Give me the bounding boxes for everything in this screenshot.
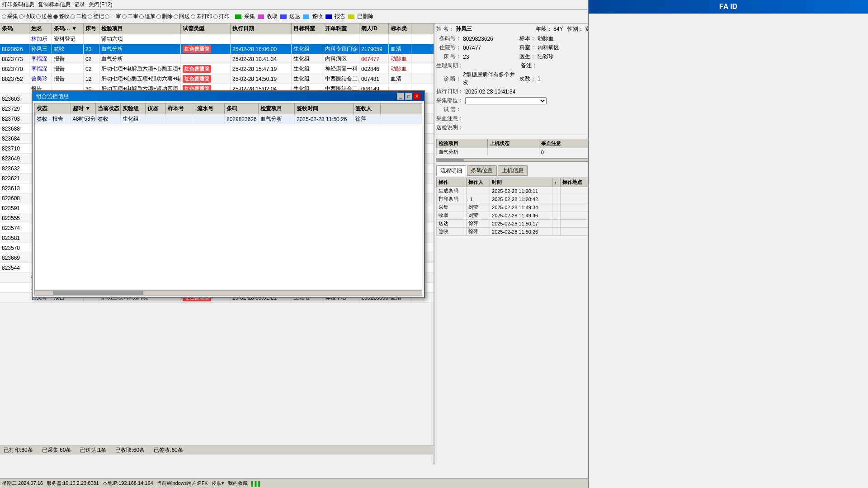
table-row[interactable]: 8823773 李福深 报告 02 血气分析 25-02-28 10:41:34… <box>0 54 434 64</box>
menu-item-copy[interactable]: 复制标本信息 <box>38 1 71 9</box>
modal-close[interactable]: ✕ <box>413 93 420 100</box>
radio-register[interactable]: 登记 <box>88 13 104 20</box>
fa-id-header: FA ID <box>589 0 868 14</box>
cell-dept: 内科专家门诊 <box>323 44 359 54</box>
radio-review2[interactable]: 二审 <box>122 13 138 20</box>
menu-item-record[interactable]: 记录 <box>74 1 85 9</box>
modal-col-barcode: 条码 <box>225 103 259 114</box>
patient-doctor: 陆彩珍 <box>538 53 590 61</box>
modal-col-device: 仪器 <box>146 103 166 114</box>
log-sort-val <box>552 195 561 203</box>
hospital-label: 住院号： <box>436 44 461 52</box>
cell-barcode: 823669 <box>0 253 29 263</box>
label-collect: 采集 <box>7 13 18 20</box>
bed-label: 床 号： <box>436 53 461 61</box>
log-operation: 签收 <box>437 228 467 236</box>
log-operator: 刘莹 <box>466 211 490 220</box>
tab-flow-detail[interactable]: 流程明细 <box>436 165 466 176</box>
tube-label: 试 管： <box>436 106 461 113</box>
menu-item-close[interactable]: 关闭(F12) <box>89 1 113 9</box>
tab-bar: 流程明细 条码位置 上机信息 <box>436 165 590 176</box>
menu-item-print[interactable]: 打印条码信息 <box>2 1 34 9</box>
col-status[interactable]: 条码… ▼ <box>52 23 84 34</box>
cell-bed: 12 <box>84 74 99 84</box>
label-register: 登记 <box>93 13 104 20</box>
modal-cell-status: 签收 - 报告 <box>35 114 71 124</box>
cell-item: 血气分析 <box>99 54 181 64</box>
radio-second-check[interactable]: 二检 <box>71 13 87 20</box>
modal-cell-sign-time: 2025-02-28 11:50:26 <box>295 114 354 124</box>
log-location <box>561 195 590 203</box>
col-barcode: 条码 <box>0 23 29 34</box>
modal-title-bar: 组合监控信息 _ □ ✕ <box>33 91 424 101</box>
table-row[interactable]: 8823626 孙风三 签收 23 血气分析 红色普通管 25-02-28 16… <box>0 44 434 54</box>
cell-bed: 23 <box>84 44 99 54</box>
collect-part-select[interactable] <box>465 97 547 104</box>
check-row[interactable]: 血气分析 0 <box>437 148 590 156</box>
radio-print[interactable]: 打印 <box>213 13 230 20</box>
cell-sample: 动脉血 <box>389 54 411 64</box>
cell-barcode: 823613 <box>0 183 29 193</box>
radio-review1[interactable]: 一审 <box>105 13 121 20</box>
radio-sign[interactable]: 签收 <box>53 13 70 20</box>
modal-row[interactable]: 签收 - 报告 48时53分 签收 生化组 8029823626 血气分析 20… <box>35 114 422 124</box>
modal-cell-device <box>146 114 166 124</box>
table-row[interactable]: 林加乐 资料登记 肾功六项 <box>0 34 434 44</box>
modal-horizontal-scroll[interactable] <box>34 290 422 296</box>
cell-barcode: 823555 <box>0 213 29 223</box>
taskbar-collection[interactable]: 我的收藏 <box>228 480 248 487</box>
horizontal-scroll[interactable] <box>436 158 590 162</box>
status-collect: 已采集:60条 <box>42 446 71 454</box>
modal-minimize[interactable]: _ <box>397 93 404 100</box>
label-second-check: 二检 <box>76 13 87 20</box>
legend-send <box>280 14 287 19</box>
log-time: 2025-02-28 11:20:42 <box>490 195 552 203</box>
cell-tube: 红色普通管 <box>181 44 231 54</box>
modal-body: 签收 - 报告 48时53分 签收 生化组 8029823626 血气分析 20… <box>34 114 422 290</box>
cell-barcode: 823603 <box>0 94 29 103</box>
radio-collect[interactable]: 采集 <box>2 13 18 20</box>
table-row[interactable]: 8823752 曾美玲 报告 12 肝功七项+心酶五项+胆功六项+电解… 红色普… <box>0 74 434 84</box>
radio-dot-receive <box>19 14 24 19</box>
check-blood-note: 0 <box>539 148 590 156</box>
cell-dept: 内科病区 <box>323 54 359 64</box>
modal-cell-barcode: 8029823626 <box>225 114 259 124</box>
radio-send[interactable]: 送检 <box>36 13 52 20</box>
cell-barcode: 823649 <box>0 154 29 163</box>
cell-pid: 002846 <box>359 64 389 74</box>
radio-dot-review1 <box>105 14 109 19</box>
modal-maximize[interactable]: □ <box>405 93 412 100</box>
radio-unprint[interactable]: 未打印 <box>191 13 212 20</box>
log-col-sort[interactable]: ↑ <box>552 178 561 187</box>
taskbar: 星期二 2024.07.16 服务器:10.10.2.23:8081 本地IP:… <box>0 478 592 488</box>
radio-return[interactable]: 回送 <box>174 13 190 20</box>
radio-receive[interactable]: 收取 <box>19 13 35 20</box>
blood-note-label: 采血注意： <box>436 115 463 122</box>
radio-add[interactable]: 追加 <box>139 13 156 20</box>
modal-scroll-thumb <box>53 291 143 296</box>
legend-report-label: 报告 <box>335 13 345 20</box>
table-header: 条码 姓名 条码… ▼ 床号 检验项目 试管类型 执行日期 目标科室 开单科室 … <box>0 23 434 34</box>
table-row[interactable]: 8823770 李福深 报告 02 肝功七项+电解质六项+心酶五项+肾… 红色普… <box>0 64 434 74</box>
modal-content: 状态 超时 ▼ 当前状态 实验组 仪器 样本号 流水号 条码 检查项目 签收时间… <box>33 101 424 297</box>
cell-barcode <box>0 293 29 302</box>
cell-dept <box>323 34 359 44</box>
modal-cell-item: 血气分析 <box>259 114 295 124</box>
diagnosis-row: 诊 断： 2型糖尿病伴有多个并发 次数： 1 <box>436 71 590 86</box>
modal-cell-timeout: 48时53分 <box>71 114 96 124</box>
cell-target: 生化组 <box>292 44 323 54</box>
cell-tube <box>181 34 231 44</box>
tab-barcode-position[interactable]: 条码位置 <box>467 165 497 176</box>
patient-bed: 23 <box>463 54 516 60</box>
tube-row: 试 管： <box>436 106 590 113</box>
cell-date: 25-02-28 14:50:19 <box>231 74 292 84</box>
taskbar-signal: ▌▌▌ <box>251 481 262 486</box>
log-row-receive: 收取 刘莹 2025-02-28 11:49:46 <box>437 211 590 220</box>
radio-delete[interactable]: 删除 <box>156 13 173 20</box>
cell-sample: 动脉血 <box>389 64 411 74</box>
tab-machine-info[interactable]: 上机信息 <box>498 165 528 176</box>
fa-id-panel: FA ID <box>588 0 868 488</box>
modal-col-timeout[interactable]: 超时 ▼ <box>71 103 96 114</box>
taskbar-skin[interactable]: 皮肤▾ <box>212 480 224 487</box>
log-location <box>561 203 590 211</box>
